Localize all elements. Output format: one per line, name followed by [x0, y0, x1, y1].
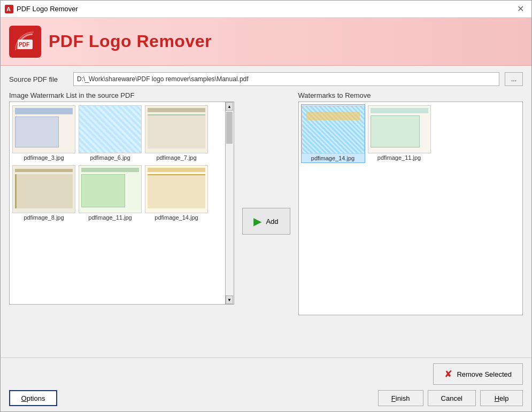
- list-item[interactable]: pdfimage_11.jpg: [367, 104, 431, 163]
- svg-text:A: A: [6, 6, 11, 12]
- thumb-image-right-pdfimage14: [302, 106, 365, 154]
- scroll-down-arrow[interactable]: ▼: [226, 296, 233, 304]
- thumb-label: pdfimage_7.jpg: [156, 154, 196, 161]
- right-panel-label: Watermarks to Remove: [298, 91, 523, 99]
- left-panel-list-container: pdfimage_3.jpg pdfimage_6.jpg pdfimage_7…: [9, 102, 234, 305]
- logo-svg: PDF: [13, 30, 37, 53]
- list-item[interactable]: pdfimage_3.jpg: [12, 104, 76, 162]
- thumb-image-pdfimage14: [145, 165, 208, 213]
- remove-row: ✘ Remove Selected: [9, 363, 523, 385]
- add-btn-column: ▶ Add: [240, 91, 293, 351]
- title-bar-left: A PDF Logo Remover: [5, 5, 78, 13]
- source-label: Source PDF file: [9, 75, 68, 83]
- options-label: OOptionsptions: [21, 394, 45, 402]
- thumb-image-pdfimage3: [12, 105, 75, 153]
- thumb-image-pdfimage11: [79, 165, 142, 213]
- thumb-image-pdfimage6: [79, 105, 142, 153]
- browse-button[interactable]: ...: [505, 72, 523, 86]
- help-button[interactable]: Help: [480, 390, 523, 406]
- source-input[interactable]: [73, 72, 499, 86]
- left-panel: Image Watermark List in the source PDF p…: [9, 91, 234, 351]
- right-panel-list[interactable]: pdfimage_14.jpg pdfimage_11.jpg: [298, 102, 523, 315]
- close-button[interactable]: ✕: [514, 3, 527, 15]
- title-bar: A PDF Logo Remover ✕: [1, 1, 531, 18]
- list-item[interactable]: pdfimage_11.jpg: [78, 164, 142, 222]
- thumb-image-pdfimage8: [12, 165, 75, 213]
- list-item[interactable]: pdfimage_8.jpg: [12, 164, 76, 222]
- thumb-image-right-pdfimage11: [368, 105, 431, 153]
- footer-row: OOptionsptions Finish Cancel Help: [9, 390, 523, 406]
- cancel-button[interactable]: Cancel: [428, 390, 476, 406]
- scroll-up-arrow[interactable]: ▲: [226, 102, 233, 111]
- thumb-label: pdfimage_11.jpg: [88, 214, 132, 221]
- finish-button[interactable]: Finish: [378, 390, 423, 406]
- left-panel-list[interactable]: pdfimage_3.jpg pdfimage_6.jpg pdfimage_7…: [9, 102, 226, 305]
- thumb-label: pdfimage_8.jpg: [24, 214, 64, 221]
- app-logo: PDF: [9, 26, 41, 58]
- footer-left: OOptionsptions: [9, 390, 57, 406]
- left-scrollbar[interactable]: ▲ ▼: [226, 102, 234, 305]
- finish-label: Finish: [391, 394, 410, 402]
- add-button[interactable]: ▶ Add: [242, 208, 290, 235]
- svg-text:PDF: PDF: [19, 42, 29, 48]
- list-item[interactable]: pdfimage_6.jpg: [78, 104, 142, 162]
- thumb-label: pdfimage_11.jpg: [377, 154, 421, 161]
- bottom-section: ✘ Remove Selected OOptionsptions Finish …: [1, 357, 531, 411]
- list-item[interactable]: pdfimage_14.jpg: [144, 164, 209, 222]
- remove-icon: ✘: [444, 368, 452, 380]
- options-button[interactable]: OOptionsptions: [9, 390, 57, 406]
- remove-button-label: Remove Selected: [457, 370, 512, 378]
- footer-right: Finish Cancel Help: [378, 390, 523, 406]
- thumb-label: pdfimage_3.jpg: [24, 154, 64, 161]
- app-icon: A: [5, 5, 13, 13]
- left-panel-label: Image Watermark List in the source PDF: [9, 91, 234, 99]
- remove-selected-button[interactable]: ✘ Remove Selected: [433, 363, 523, 385]
- thumb-label: pdfimage_6.jpg: [90, 154, 130, 161]
- list-item[interactable]: pdfimage_7.jpg: [144, 104, 209, 162]
- add-arrow-icon: ▶: [253, 215, 261, 228]
- app-title: PDF Logo Remover: [49, 32, 212, 51]
- thumb-label: pdfimage_14.jpg: [311, 155, 354, 161]
- header-banner: PDF PDF Logo Remover: [1, 18, 531, 66]
- help-label: Help: [495, 394, 509, 402]
- list-item[interactable]: pdfimage_14.jpg: [301, 104, 365, 163]
- thumb-label: pdfimage_14.jpg: [155, 214, 198, 221]
- source-row: Source PDF file ...: [9, 72, 523, 86]
- window-title: PDF Logo Remover: [17, 5, 78, 13]
- add-button-label: Add: [266, 217, 278, 226]
- thumb-image-pdfimage7: [145, 105, 208, 153]
- panels-row: Image Watermark List in the source PDF p…: [9, 91, 523, 351]
- right-panel: Watermarks to Remove pdfimage_14.jpg pdf…: [298, 91, 523, 351]
- cancel-label: Cancel: [441, 394, 462, 402]
- scroll-thumb[interactable]: [226, 112, 233, 144]
- main-content: Source PDF file ... Image Watermark List…: [1, 66, 531, 357]
- main-window: A PDF Logo Remover ✕ PDF PDF Logo Remove…: [0, 0, 532, 412]
